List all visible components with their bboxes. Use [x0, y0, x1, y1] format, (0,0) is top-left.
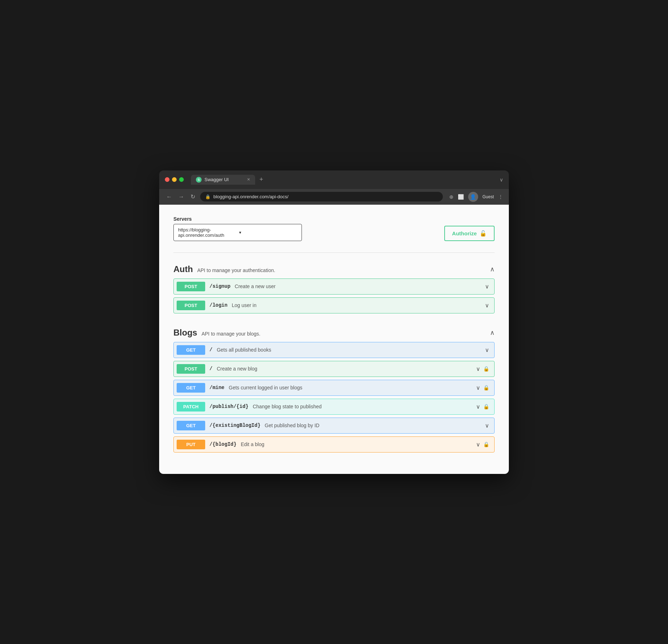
path-get-blog-id: /{existingBlogId} — [209, 423, 260, 428]
blogs-endpoints: GET / Gets all published books ∨ POST / … — [173, 342, 495, 453]
path-get-root: / — [209, 347, 212, 353]
actions-get-root: ∨ — [485, 347, 489, 353]
expand-put-blog-icon: ∨ — [476, 441, 480, 448]
method-badge-put-blog: PUT — [177, 440, 205, 449]
active-tab[interactable]: S Swagger UI ✕ — [191, 175, 255, 185]
servers-chevron-icon: ▾ — [239, 230, 297, 235]
method-badge-post-blog: POST — [177, 364, 205, 374]
titlebar: S Swagger UI ✕ + ∨ — [159, 170, 509, 189]
expand-get-mine-icon: ∨ — [476, 384, 480, 391]
lock-post-blog-icon: 🔒 — [483, 366, 489, 372]
user-label: Guest — [482, 194, 494, 199]
actions-post-signup: ∨ — [485, 283, 489, 290]
minimize-button[interactable] — [172, 177, 177, 182]
auth-endpoints: POST /signup Create a new user ∨ POST /l… — [173, 278, 495, 313]
expand-get-blog-id-icon: ∨ — [485, 422, 489, 429]
lock-get-mine-icon: 🔒 — [483, 385, 489, 390]
expand-get-root-icon: ∨ — [485, 347, 489, 353]
tab-favicon: S — [196, 177, 202, 183]
path-post-blog: / — [209, 366, 212, 372]
method-badge-patch-publish: PATCH — [177, 402, 205, 412]
user-avatar[interactable]: 👤 — [468, 192, 478, 202]
authorize-label: Authorize — [452, 230, 477, 236]
blogs-title-group: Blogs API to manage your blogs. — [173, 328, 260, 338]
summary-get-root: Gets all published books — [217, 347, 481, 353]
blogs-section-desc: API to manage your blogs. — [202, 331, 260, 337]
address-url: blogging-api.onrender.com/api-docs/ — [213, 194, 288, 199]
blogs-section-title: Blogs — [173, 328, 197, 338]
cast-icon[interactable]: ⊕ — [449, 194, 454, 200]
expand-post-signup-icon: ∨ — [485, 283, 489, 290]
traffic-lights — [165, 177, 184, 182]
more-options-icon[interactable]: ⋮ — [498, 194, 503, 200]
servers-row: Servers https://blogging-api.onrender.co… — [173, 216, 495, 241]
endpoint-patch-publish[interactable]: PATCH /publish/{id} Change blog state to… — [173, 399, 495, 415]
page-content: Servers https://blogging-api.onrender.co… — [159, 205, 509, 474]
path-get-mine: /mine — [209, 385, 224, 390]
path-post-signup: /signup — [209, 283, 231, 289]
method-badge-post-login: POST — [177, 301, 205, 310]
blogs-collapse-icon: ∧ — [490, 329, 495, 337]
authorize-button[interactable]: Authorize 🔓 — [444, 226, 495, 241]
summary-post-login: Log user in — [232, 302, 481, 308]
method-badge-get-blog-id: GET — [177, 421, 205, 430]
tab-close-button[interactable]: ✕ — [247, 177, 250, 182]
auth-section-header[interactable]: Auth API to manage your authentication. … — [173, 260, 495, 278]
expand-post-blog-icon: ∨ — [476, 366, 480, 372]
endpoint-get-mine[interactable]: GET /mine Gets current logged in user bl… — [173, 380, 495, 396]
auth-section-desc: API to manage your authentication. — [197, 267, 275, 273]
actions-get-mine: ∨ 🔒 — [476, 384, 489, 391]
expand-patch-publish-icon: ∨ — [476, 403, 480, 410]
tab-menu-button[interactable]: ∨ — [500, 177, 503, 183]
tab-title: Swagger UI — [204, 177, 229, 182]
endpoint-put-blog[interactable]: PUT /{blogId} Edit a blog ∨ 🔒 — [173, 436, 495, 453]
lock-patch-publish-icon: 🔒 — [483, 404, 489, 409]
auth-section: Auth API to manage your authentication. … — [173, 260, 495, 313]
method-badge-post-signup: POST — [177, 282, 205, 291]
new-tab-button[interactable]: + — [258, 176, 265, 183]
actions-patch-publish: ∨ 🔒 — [476, 403, 489, 410]
endpoint-post-blog[interactable]: POST / Create a new blog ∨ 🔒 — [173, 361, 495, 377]
path-patch-publish: /publish/{id} — [209, 404, 248, 409]
authorize-lock-icon: 🔓 — [480, 230, 487, 237]
maximize-button[interactable] — [179, 177, 184, 182]
back-button[interactable]: ← — [165, 194, 173, 200]
summary-put-blog: Edit a blog — [241, 441, 472, 447]
servers-group: Servers https://blogging-api.onrender.co… — [173, 216, 302, 241]
reload-button[interactable]: ↻ — [189, 193, 197, 200]
summary-post-blog: Create a new blog — [217, 366, 472, 372]
auth-collapse-icon: ∧ — [490, 265, 495, 273]
auth-section-title: Auth — [173, 264, 193, 274]
expand-post-login-icon: ∨ — [485, 302, 489, 309]
summary-get-blog-id: Get published blog by ID — [265, 423, 481, 428]
lock-put-blog-icon: 🔒 — [483, 441, 489, 447]
endpoint-get-root[interactable]: GET / Gets all published books ∨ — [173, 342, 495, 358]
summary-get-mine: Gets current logged in user blogs — [229, 385, 472, 390]
auth-title-group: Auth API to manage your authentication. — [173, 264, 275, 274]
tab-search-icon[interactable]: ⬜ — [458, 194, 464, 200]
address-bar[interactable]: 🔒 blogging-api.onrender.com/api-docs/ — [200, 192, 443, 201]
endpoint-get-blog-id[interactable]: GET /{existingBlogId} Get published blog… — [173, 418, 495, 434]
toolbar-icons: ⊕ ⬜ 👤 Guest ⋮ — [449, 192, 503, 202]
blogs-section-header[interactable]: Blogs API to manage your blogs. ∧ — [173, 323, 495, 342]
path-put-blog: /{blogId} — [209, 441, 237, 447]
endpoint-post-signup[interactable]: POST /signup Create a new user ∨ — [173, 278, 495, 295]
blogs-section: Blogs API to manage your blogs. ∧ GET / … — [173, 323, 495, 453]
browser-window: S Swagger UI ✕ + ∨ ← → ↻ 🔒 blogging-api.… — [159, 170, 509, 474]
forward-button[interactable]: → — [177, 194, 186, 200]
servers-select[interactable]: https://blogging-api.onrender.com/auth ▾ — [173, 224, 302, 241]
actions-put-blog: ∨ 🔒 — [476, 441, 489, 448]
browser-toolbar: ← → ↻ 🔒 blogging-api.onrender.com/api-do… — [159, 189, 509, 205]
actions-post-login: ∨ — [485, 302, 489, 309]
summary-patch-publish: Change blog state to published — [253, 404, 472, 409]
servers-selected-value: https://blogging-api.onrender.com/auth — [178, 227, 236, 238]
address-lock-icon: 🔒 — [205, 194, 211, 199]
summary-post-signup: Create a new user — [235, 283, 481, 289]
close-button[interactable] — [165, 177, 169, 182]
servers-label: Servers — [173, 216, 302, 222]
endpoint-post-login[interactable]: POST /login Log user in ∨ — [173, 297, 495, 313]
tab-bar: S Swagger UI ✕ + ∨ — [191, 175, 503, 185]
method-badge-get-root: GET — [177, 345, 205, 355]
path-post-login: /login — [209, 302, 227, 308]
actions-post-blog: ∨ 🔒 — [476, 366, 489, 372]
